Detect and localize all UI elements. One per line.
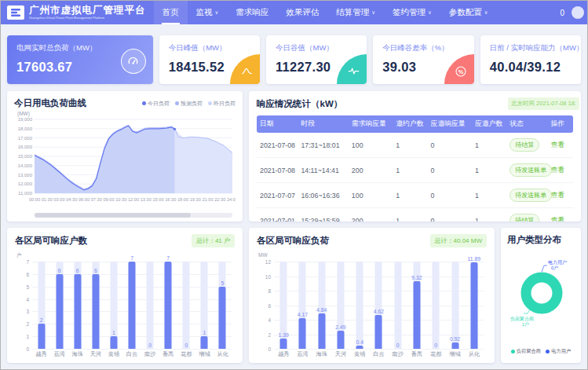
- x-axis-label: 越秀: [35, 350, 46, 358]
- x-axis-label: 增城: [449, 350, 460, 358]
- bar: [375, 315, 382, 349]
- bar: [299, 318, 306, 349]
- bar: [451, 343, 458, 350]
- nav-menu-item-label: 效果评估: [286, 7, 319, 18]
- bar-slot: 5从化: [214, 262, 232, 349]
- bar-slot: 0.92增城: [445, 262, 464, 349]
- x-axis-label: 南沙: [144, 350, 155, 358]
- table-cell-status: 待发送账单: [506, 183, 547, 208]
- bar-value-label: 7: [130, 255, 133, 261]
- svg-text:18:00: 18:00: [177, 197, 188, 202]
- table-cell: 1: [393, 133, 427, 158]
- bar-background-column: [394, 262, 401, 349]
- bar: [280, 339, 287, 349]
- kpi-label: 今日峰值（MW）: [169, 43, 250, 53]
- chart-scrollbar[interactable]: [35, 213, 232, 218]
- bar-slot: 1增城: [195, 262, 214, 349]
- percent-icon: %: [444, 54, 474, 84]
- table-header-cell: 应邀响应量: [428, 115, 472, 133]
- bar-value-label: 7: [166, 255, 170, 261]
- bar-slot: 2越秀: [32, 262, 50, 349]
- view-link[interactable]: 查看: [551, 191, 565, 199]
- legend-item[interactable]: 负荷聚合商: [511, 348, 541, 355]
- status-badge: 待结算: [509, 138, 539, 152]
- table-header-cell: 应邀户数: [472, 115, 506, 133]
- nav-menu-item[interactable]: 效果评估: [277, 1, 327, 24]
- nav-menu-item[interactable]: 首页: [154, 1, 188, 24]
- legend-item[interactable]: 电力用户: [546, 348, 571, 355]
- bar-slot: 6海珠: [68, 262, 86, 349]
- table-cell: 1: [472, 133, 506, 158]
- response-table: 日期时段需求响应量邀约户数应邀响应量应邀户数状态操作 2021-07-0817:…: [257, 115, 573, 222]
- x-axis-label: 荔湾: [53, 350, 64, 358]
- x-axis-label: 花都: [430, 350, 441, 358]
- view-link[interactable]: 查看: [551, 216, 565, 222]
- table-cell-status: 待结算: [506, 208, 547, 222]
- load-curve-card: 今日用电负荷曲线 今日负荷预测负荷昨日负荷 (MW) 19,00018,0001…: [7, 91, 243, 222]
- y-axis-tick: 2: [257, 332, 271, 337]
- svg-text:14,000: 14,000: [18, 163, 33, 168]
- legend-dot: [546, 350, 550, 354]
- bar-plot-area: 2越秀6荔湾6海珠6天河1黄埔7白云0南沙7番禺0花都1增城5从化: [32, 262, 232, 349]
- y-axis-tick: 3: [15, 309, 29, 314]
- bar-background-column: [433, 262, 440, 349]
- kpi-value: 40.04/39.12: [490, 60, 572, 75]
- legend-item[interactable]: 昨日负荷: [208, 100, 236, 108]
- load-curve-legend: 今日负荷预测负荷昨日负荷: [142, 100, 236, 108]
- view-link[interactable]: 查看: [551, 166, 565, 174]
- y-axis-tick: 7: [15, 259, 29, 265]
- kpi-label: 日前 / 实时响应能力（MW）: [490, 43, 572, 53]
- x-axis-label: 番禺: [411, 350, 422, 358]
- x-axis-label: 从化: [217, 350, 228, 358]
- legend-dot: [175, 101, 179, 105]
- district-load-card: 各区局可响应负荷 总计：40.04 MW MW1210864201.39越秀4.…: [249, 228, 495, 363]
- table-header-cell: 时段: [298, 115, 348, 133]
- bar-value-label: 4.62: [374, 309, 384, 314]
- load-curve-title: 今日用电负荷曲线: [14, 97, 86, 109]
- legend-item[interactable]: 今日负荷: [142, 100, 170, 108]
- nav-menu-item[interactable]: 参数配置∨: [440, 1, 497, 24]
- table-cell: 0: [428, 158, 472, 183]
- svg-text:19:30: 19:30: [190, 197, 201, 202]
- households-total-badge: 总计：41 户: [192, 234, 235, 247]
- kpi-label: 今日峰谷差率（%）: [382, 43, 464, 53]
- svg-text:21:00: 21:00: [203, 197, 214, 202]
- y-axis-tick: 4: [257, 317, 271, 323]
- y-axis-tick: 10: [257, 273, 271, 279]
- pulse-icon: [337, 54, 367, 84]
- chevron-down-icon: ∨: [371, 9, 375, 16]
- nav-menu-item[interactable]: 需求响应: [227, 1, 277, 24]
- x-axis-label: 白云: [126, 350, 137, 358]
- bar: [165, 262, 172, 349]
- user-type-title: 用户类型分布: [507, 234, 575, 246]
- table-row: 2021-07-0814:11~14:41200101待发送账单查看: [257, 158, 573, 183]
- bar-value-label: 0: [184, 343, 188, 348]
- view-link[interactable]: 查看: [551, 141, 565, 148]
- table-cell: 0: [428, 183, 472, 208]
- user-avatar[interactable]: [572, 6, 584, 19]
- kpi-row: 电网实时总负荷（MW）17603.67今日峰值（MW）18415.52今日谷值（…: [7, 35, 581, 84]
- svg-text:1户: 1户: [522, 321, 529, 327]
- svg-text:0户: 0户: [551, 265, 558, 270]
- navbar-right: 0: [560, 6, 581, 19]
- y-axis-tick: 2: [15, 321, 29, 327]
- svg-text:15,000: 15,000: [18, 154, 33, 159]
- nav-menu-item[interactable]: 监视∨: [188, 1, 228, 24]
- table-cell: 2021-07-07: [257, 183, 298, 208]
- chart-scrollbar-thumb[interactable]: [35, 213, 191, 218]
- logo-icon: [10, 8, 21, 17]
- table-row: 2021-07-0817:31~18:01100101待结算查看: [257, 133, 573, 158]
- table-row: 2021-07-0716:06~16:36100101待发送账单查看: [257, 183, 573, 208]
- legend-item[interactable]: 预测负荷: [175, 100, 203, 108]
- nav-menu-item-label: 监视: [196, 7, 213, 18]
- nav-menu-item[interactable]: 结算管理∨: [327, 1, 384, 24]
- nav-menu-item[interactable]: 签约管理∨: [384, 1, 440, 24]
- bar-value-label: 0: [396, 343, 400, 348]
- y-axis-tick: 6: [257, 302, 271, 308]
- notification-count[interactable]: 0: [560, 9, 564, 17]
- beijing-time-badge: 北京时间 2021-07-08 18:: [508, 97, 579, 110]
- district-load-chart: MW1210864201.39越秀4.17荔湾4.84海珠2.49天河0.4黄埔…: [257, 251, 487, 361]
- table-cell: 2021-07-01: [257, 208, 298, 222]
- bar: [318, 313, 325, 349]
- bar-value-label: 4.84: [316, 307, 327, 313]
